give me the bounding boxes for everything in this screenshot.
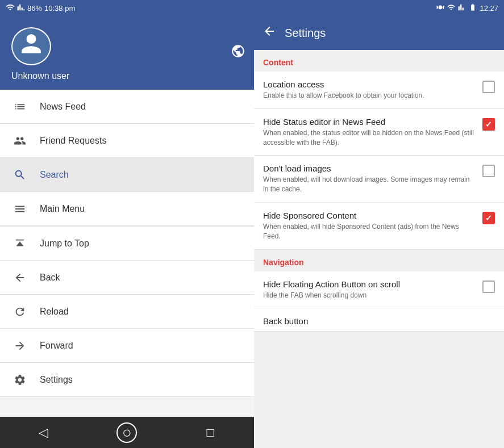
back-icon: [11, 269, 28, 286]
battery-level: 86%: [27, 4, 42, 12]
nav-list: News Feed Friend Requests Search: [0, 90, 254, 417]
setting-item-hide-status[interactable]: Hide Status editor in News Feed When ena…: [254, 109, 504, 156]
setting-item-location-access[interactable]: Location access Enable this to allow Fac…: [254, 72, 504, 109]
user-icon: [19, 32, 43, 61]
bottom-home-button[interactable]: ○: [116, 422, 137, 443]
nav-label-main-menu: Main Menu: [40, 204, 85, 214]
time-right: 12:27: [480, 4, 498, 12]
nav-label-friend-requests: Friend Requests: [40, 136, 106, 146]
setting-text-hide-fab: Hide Floating Action Button on scroll Hi…: [263, 279, 477, 300]
reload-icon: [11, 303, 28, 320]
setting-item-hide-fab[interactable]: Hide Floating Action Button on scroll Hi…: [254, 271, 504, 309]
section-header-content: Content: [254, 50, 504, 72]
right-status-bar: 12:27: [254, 0, 504, 16]
bottom-recent-button[interactable]: □: [196, 418, 224, 447]
checkbox-location-access[interactable]: [482, 81, 495, 93]
settings-header: Settings: [254, 16, 504, 50]
main-menu-icon: [11, 200, 28, 217]
right-panel: Settings Content Location access Enable …: [254, 16, 504, 448]
setting-title-back-button: Back button: [263, 316, 495, 326]
nav-item-reload[interactable]: Reload: [0, 295, 254, 329]
nav-label-reload: Reload: [40, 307, 69, 317]
friend-requests-icon: [11, 132, 28, 149]
checkbox-hide-status[interactable]: [482, 118, 495, 131]
settings-content: Content Location access Enable this to a…: [254, 50, 504, 448]
jump-to-top-icon: [11, 235, 28, 252]
username: Unknown user: [11, 71, 69, 81]
nav-item-back[interactable]: Back: [0, 261, 254, 295]
user-header: Unknown user: [0, 16, 254, 90]
wifi-icon-right: [447, 3, 456, 13]
bottom-back-button[interactable]: ◁: [30, 418, 58, 447]
checkbox-no-images[interactable]: [482, 165, 495, 177]
back-arrow-icon[interactable]: [263, 24, 276, 41]
setting-title-location-access: Location access: [263, 79, 477, 89]
setting-text-hide-status: Hide Status editor in News Feed When ena…: [263, 117, 477, 148]
setting-desc-hide-fab: Hide the FAB when scrolling down: [263, 291, 477, 300]
left-status-bar: 86% 10:38 pm: [0, 0, 254, 16]
avatar: [11, 27, 51, 65]
settings-page-title: Settings: [285, 27, 326, 40]
setting-desc-location-access: Enable this to allow Facebook to obtain …: [263, 91, 477, 101]
nav-label-search: Search: [40, 170, 69, 180]
nav-label-forward: Forward: [40, 341, 73, 351]
nav-label-settings: Settings: [40, 375, 73, 385]
signal-icon-right: [458, 3, 466, 13]
settings-icon: [11, 371, 28, 388]
setting-text-hide-sponsored: Hide Sponsored Content When enabled, wil…: [263, 211, 477, 241]
setting-text-location-access: Location access Enable this to allow Fac…: [263, 79, 477, 101]
setting-item-back-button[interactable]: Back button: [254, 308, 504, 332]
setting-text-no-images: Don't load images When enabled, will not…: [263, 164, 477, 194]
nav-item-main-menu[interactable]: Main Menu: [0, 192, 254, 226]
setting-desc-hide-sponsored: When enabled, will hide Sponsored Conten…: [263, 222, 477, 241]
setting-title-no-images: Don't load images: [263, 164, 477, 173]
svg-rect-0: [16, 239, 24, 240]
nav-label-news-feed: News Feed: [40, 102, 86, 112]
nav-item-search[interactable]: Search: [0, 158, 254, 192]
setting-text-back-button: Back button: [263, 316, 495, 328]
globe-icon: [231, 44, 245, 62]
bottom-nav-bar: ◁ ○ □: [0, 417, 254, 448]
search-icon: [11, 166, 28, 183]
nav-label-jump-to-top: Jump to Top: [40, 238, 89, 249]
checkbox-hide-fab[interactable]: [482, 280, 495, 293]
nav-item-friend-requests[interactable]: Friend Requests: [0, 124, 254, 158]
vibrate-icon: [436, 3, 444, 14]
setting-item-no-images[interactable]: Don't load images When enabled, will not…: [254, 156, 504, 203]
checkbox-hide-sponsored[interactable]: [482, 212, 495, 224]
left-panel: Unknown user News Feed Friend Requests: [0, 16, 254, 448]
nav-item-news-feed[interactable]: News Feed: [0, 90, 254, 124]
setting-desc-hide-status: When enabled, the status editor will be …: [263, 128, 477, 148]
nav-label-back: Back: [40, 273, 60, 283]
battery-icon-right: [468, 3, 477, 13]
setting-desc-no-images: When enabled, will not download images. …: [263, 175, 477, 194]
setting-item-hide-sponsored[interactable]: Hide Sponsored Content When enabled, wil…: [254, 203, 504, 250]
nav-item-settings[interactable]: Settings: [0, 363, 254, 397]
nav-item-forward[interactable]: Forward: [0, 329, 254, 363]
setting-title-hide-fab: Hide Floating Action Button on scroll: [263, 279, 477, 289]
setting-title-hide-status: Hide Status editor in News Feed: [263, 117, 477, 127]
forward-icon: [11, 337, 28, 354]
setting-title-hide-sponsored: Hide Sponsored Content: [263, 211, 477, 220]
news-feed-icon: [11, 98, 28, 115]
signal-icon: [17, 3, 25, 14]
nav-item-jump-to-top[interactable]: Jump to Top: [0, 227, 254, 261]
wifi-icon: [6, 3, 15, 14]
time-left: 10:38 pm: [44, 4, 75, 12]
section-header-navigation: Navigation: [254, 250, 504, 271]
